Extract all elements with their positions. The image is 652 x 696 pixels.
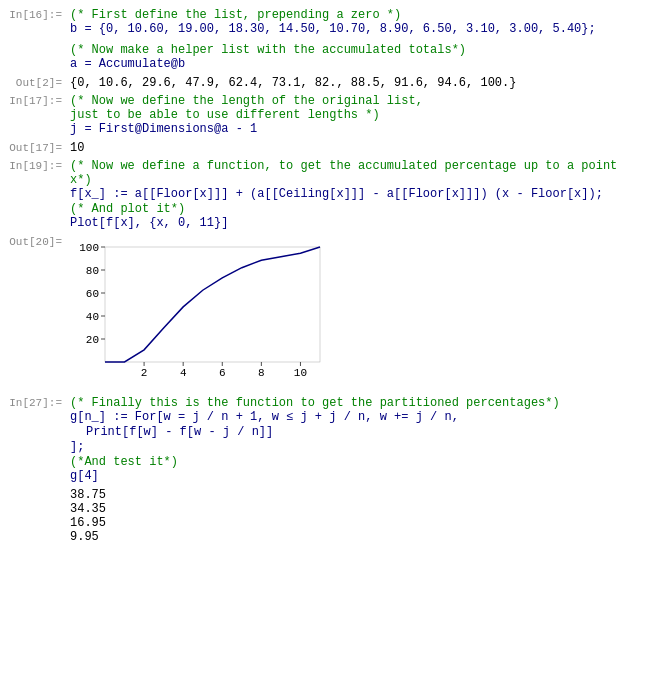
- comment-line: (*And test it*): [70, 455, 644, 469]
- cell-content-out2: {0, 10.6, 29.6, 47.9, 62.4, 73.1, 82., 8…: [70, 76, 652, 90]
- code-line: f[x_] := a[[Floor[x]]] + (a[[Ceiling[x]]…: [70, 187, 644, 201]
- code-line: g[4]: [70, 469, 644, 483]
- cell-in17: In[17]:=(* Now we define the length of t…: [0, 94, 652, 137]
- cell-label-in19: In[19]:=: [0, 159, 70, 231]
- notebook: In[16]:=(* First define the list, prepen…: [0, 8, 652, 544]
- comment-line: (* Finally this is the function to get t…: [70, 396, 644, 410]
- cell-in16: In[16]:=(* First define the list, prepen…: [0, 8, 652, 72]
- svg-text:2: 2: [141, 367, 148, 379]
- cell-label-out27: [0, 488, 70, 544]
- result-line: 34.35: [70, 502, 644, 516]
- svg-text:6: 6: [219, 367, 226, 379]
- cell-label-out2: Out[2]=: [0, 76, 70, 90]
- comment-line: just to be able to use different lengths…: [70, 108, 644, 122]
- svg-text:80: 80: [86, 265, 99, 277]
- code-line: a = Accumulate@b: [70, 57, 644, 71]
- plot-area: 20406080100246810: [70, 239, 644, 388]
- code-line: Plot[f[x], {x, 0, 11}]: [70, 216, 644, 230]
- svg-text:4: 4: [180, 367, 187, 379]
- cell-label-out17: Out[17]=: [0, 141, 70, 155]
- svg-text:40: 40: [86, 311, 99, 323]
- svg-text:100: 100: [79, 242, 99, 254]
- comment-line: (* Now make a helper list with the accum…: [70, 43, 644, 57]
- cell-label-in27: In[27]:=: [0, 396, 70, 484]
- cell-label-out20: Out[20]=: [0, 235, 70, 392]
- cell-out27: 38.7534.3516.959.95: [0, 488, 652, 544]
- result-line: 38.75: [70, 488, 644, 502]
- svg-text:8: 8: [258, 367, 265, 379]
- cell-out20: Out[20]=20406080100246810: [0, 235, 652, 392]
- result-line: 16.95: [70, 516, 644, 530]
- comment-line: (* Now we define a function, to get the …: [70, 159, 644, 187]
- code-line: ];: [70, 440, 644, 454]
- cell-out2: Out[2]={0, 10.6, 29.6, 47.9, 62.4, 73.1,…: [0, 76, 652, 90]
- code-line: g[n_] := For[w = j / n + 1, w ≤ j + j / …: [70, 410, 644, 424]
- result-line: {0, 10.6, 29.6, 47.9, 62.4, 73.1, 82., 8…: [70, 76, 644, 90]
- code-line: j = First@Dimensions@a - 1: [70, 122, 644, 136]
- code-line: Print[f[w] - f[w - j / n]]: [70, 425, 644, 439]
- svg-rect-0: [105, 247, 320, 362]
- cell-in19: In[19]:=(* Now we define a function, to …: [0, 159, 652, 231]
- code-line: b = {0, 10.60, 19.00, 18.30, 14.50, 10.7…: [70, 22, 644, 36]
- result-line: 9.95: [70, 530, 644, 544]
- cell-content-out27: 38.7534.3516.959.95: [70, 488, 652, 544]
- comment-line: (* And plot it*): [70, 202, 644, 216]
- cell-content-out20: 20406080100246810: [70, 235, 652, 392]
- cell-content-out17: 10: [70, 141, 652, 155]
- comment-line: (* First define the list, prepending a z…: [70, 8, 644, 22]
- cell-content-in19: (* Now we define a function, to get the …: [70, 159, 652, 231]
- cell-content-in27: (* Finally this is the function to get t…: [70, 396, 652, 484]
- comment-line: (* Now we define the length of the origi…: [70, 94, 644, 108]
- cell-out17: Out[17]=10: [0, 141, 652, 155]
- svg-text:10: 10: [294, 367, 307, 379]
- svg-text:60: 60: [86, 288, 99, 300]
- cell-in27: In[27]:=(* Finally this is the function …: [0, 396, 652, 484]
- cell-label-in16: In[16]:=: [0, 8, 70, 72]
- cell-content-in17: (* Now we define the length of the origi…: [70, 94, 652, 137]
- plot-svg: 20406080100246810: [70, 239, 330, 384]
- svg-text:20: 20: [86, 334, 99, 346]
- result-line: 10: [70, 141, 644, 155]
- cell-label-in17: In[17]:=: [0, 94, 70, 137]
- cell-content-in16: (* First define the list, prepending a z…: [70, 8, 652, 72]
